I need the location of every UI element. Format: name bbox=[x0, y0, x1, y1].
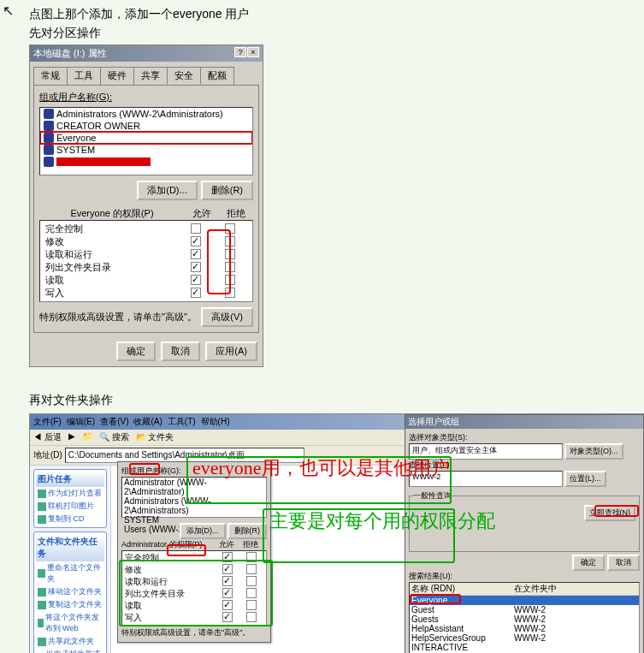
tab-general[interactable]: 常规 bbox=[33, 67, 68, 85]
tab-security[interactable]: 安全 bbox=[167, 67, 201, 85]
select-users-dialog: 选择用户或组 选择对象类型(S): 用户、组或内置安全主体对象类型(O)... … bbox=[405, 414, 644, 653]
titlebar: 本地磁盘 (I:) 属性 ? × bbox=[30, 45, 263, 62]
user-icon bbox=[44, 145, 54, 155]
explorer-screenshot: 文件(F) 编辑(E) 查看(V) 收藏(A) 工具(T) 帮助(H) ◀ 后退… bbox=[29, 413, 644, 653]
perm-row: 完全控制 bbox=[42, 223, 251, 235]
remove-button[interactable]: 删除(R) bbox=[201, 181, 253, 200]
result-row[interactable]: INTERACTIVE bbox=[410, 643, 639, 652]
panel-item[interactable]: 复制这个文件夹 bbox=[36, 598, 104, 611]
panel-item[interactable]: 联机打印图片 bbox=[36, 500, 104, 513]
select-ok-btn[interactable]: 确定 bbox=[572, 555, 605, 571]
dialog-title: 本地磁盘 (I:) 属性 bbox=[33, 47, 107, 60]
panel-item[interactable]: 将这个文件夹发布到 Web bbox=[36, 611, 104, 635]
allow-checkbox[interactable] bbox=[191, 236, 201, 246]
apply-button[interactable]: 应用(A) bbox=[205, 341, 257, 361]
panel-item[interactable]: 以电子邮件形式发送 bbox=[36, 648, 104, 653]
add-button[interactable]: 添加(D)... bbox=[137, 181, 197, 200]
menu-view[interactable]: 查看(V) bbox=[100, 416, 128, 428]
deny-header: 拒绝 bbox=[219, 207, 253, 220]
location-input[interactable]: WWW-2 bbox=[409, 471, 563, 487]
inner-group-label: 组或用户名称(G): bbox=[121, 466, 267, 477]
redacted-user[interactable] bbox=[56, 157, 151, 166]
search-button[interactable]: 🔍 搜索 bbox=[99, 431, 129, 443]
allow-checkbox[interactable] bbox=[191, 275, 201, 285]
cancel-button[interactable]: 取消 bbox=[161, 341, 200, 361]
advanced-button[interactable]: 高级(V) bbox=[201, 307, 253, 327]
tab-tools[interactable]: 工具 bbox=[67, 67, 101, 85]
help-button[interactable]: ? bbox=[234, 47, 246, 57]
object-type-btn[interactable]: 对象类型(O)... bbox=[564, 443, 623, 460]
perm-row: 写入 bbox=[42, 287, 251, 300]
inner-user-list[interactable]: Administrator (WWW-2\Administrator) Admi… bbox=[121, 477, 267, 518]
allow-checkbox[interactable] bbox=[191, 249, 201, 259]
select-titlebar: 选择用户或组 bbox=[405, 415, 643, 429]
back-button[interactable]: ◀ 后退 bbox=[33, 431, 62, 443]
result-row[interactable]: GuestsWWW-2 bbox=[410, 614, 639, 624]
deny-checkbox[interactable] bbox=[225, 249, 235, 259]
menu-tools[interactable]: 工具(T) bbox=[168, 416, 196, 428]
deny-checkbox[interactable] bbox=[225, 236, 235, 246]
group-icon bbox=[44, 109, 54, 119]
menu-fav[interactable]: 收藏(A) bbox=[133, 416, 162, 428]
perm-row: 列出文件夹目录 bbox=[42, 261, 251, 274]
results-list[interactable]: 名称 (RDN)在文件夹中 Everyone GuestWWW-2 Guests… bbox=[409, 582, 640, 653]
cursor-icon: ↖ bbox=[3, 3, 14, 19]
instruction-3: 再对文件夹操作 bbox=[29, 393, 644, 408]
result-row[interactable]: HelpAssistantWWW-2 bbox=[410, 624, 639, 633]
find-now-btn[interactable]: 立即查找(N) bbox=[584, 505, 636, 521]
close-button[interactable]: × bbox=[247, 47, 259, 57]
user-row: Administrators (WWW-2\Administrators) bbox=[40, 108, 252, 120]
tab-sharing[interactable]: 共享 bbox=[133, 67, 168, 85]
user-list[interactable]: Administrators (WWW-2\Administrators) CR… bbox=[39, 107, 253, 175]
deny-checkbox[interactable] bbox=[225, 223, 235, 234]
list-item[interactable]: Administrators (WWW-2\Administrators) bbox=[122, 496, 266, 515]
group-icon bbox=[44, 133, 54, 143]
panel-item[interactable]: 重命名这个文件夹 bbox=[36, 561, 104, 585]
ok-button[interactable]: 确定 bbox=[116, 341, 156, 361]
menu-file[interactable]: 文件(F) bbox=[33, 416, 62, 428]
user-row: SYSTEM bbox=[40, 144, 252, 156]
address-label: 地址(D) bbox=[33, 450, 62, 460]
panel-file-title: 文件和文件夹任务 bbox=[36, 534, 104, 561]
menu-edit[interactable]: 编辑(E) bbox=[67, 416, 95, 428]
inner-perm-list: 完全控制 修改 读取和运行 列出文件夹目录 读取 写入 bbox=[121, 550, 267, 626]
permissions-label: Everyone 的权限(P) bbox=[39, 207, 185, 220]
result-row-everyone[interactable]: Everyone bbox=[410, 596, 639, 605]
deny-checkbox[interactable] bbox=[225, 288, 235, 298]
perm-row: 读取和运行 bbox=[42, 248, 251, 261]
allow-header: 允许 bbox=[185, 207, 219, 220]
list-item[interactable]: Administrator (WWW-2\Administrator) bbox=[122, 478, 266, 496]
instruction-1: 点图上那个添加，添加一个everyone 用户 bbox=[29, 7, 644, 22]
folders-button[interactable]: 📂 文件夹 bbox=[136, 431, 174, 443]
deny-checkbox[interactable] bbox=[225, 262, 235, 272]
allow-checkbox[interactable] bbox=[191, 262, 201, 272]
tab-hardware[interactable]: 硬件 bbox=[100, 67, 134, 85]
advanced-text: 特别权限或高级设置，请单击"高级"。 bbox=[39, 311, 197, 324]
user-row bbox=[40, 156, 252, 168]
inner-remove-button[interactable]: 删除(R) bbox=[227, 523, 268, 539]
result-row[interactable]: HelpServicesGroupWWW-2 bbox=[410, 633, 639, 643]
deny-checkbox[interactable] bbox=[225, 275, 235, 285]
group-users-label: 组或用户名称(G): bbox=[39, 91, 253, 104]
select-cancel-btn[interactable]: 取消 bbox=[607, 555, 640, 571]
instruction-2: 先对分区操作 bbox=[29, 26, 644, 41]
user-icon bbox=[44, 121, 54, 131]
perm-row: 修改 bbox=[42, 235, 251, 248]
inner-add-button[interactable]: 添加(D)... bbox=[180, 523, 226, 539]
panel-item[interactable]: 共享此文件夹 bbox=[36, 635, 104, 648]
location-btn[interactable]: 位置(L)... bbox=[564, 471, 606, 487]
tab-strip: 常规 工具 硬件 共享 安全 配额 bbox=[30, 63, 263, 85]
result-row[interactable]: GuestWWW-2 bbox=[410, 605, 639, 614]
panel-item[interactable]: 复制到 CD bbox=[36, 513, 104, 525]
panel-item[interactable]: 移动这个文件夹 bbox=[36, 585, 104, 598]
forward-button[interactable]: ▶ bbox=[68, 431, 75, 443]
menu-help[interactable]: 帮助(H) bbox=[201, 416, 230, 428]
user-row-everyone: Everyone bbox=[40, 132, 252, 144]
user-row: CREATOR OWNER bbox=[40, 120, 252, 132]
object-type-input[interactable]: 用户、组或内置安全主体 bbox=[409, 443, 563, 460]
tab-quota[interactable]: 配额 bbox=[200, 67, 234, 85]
allow-checkbox[interactable] bbox=[191, 223, 201, 234]
allow-checkbox[interactable] bbox=[191, 288, 201, 298]
panel-item[interactable]: 作为幻灯片查看 bbox=[36, 487, 104, 500]
up-button[interactable]: 📁 bbox=[82, 431, 92, 443]
